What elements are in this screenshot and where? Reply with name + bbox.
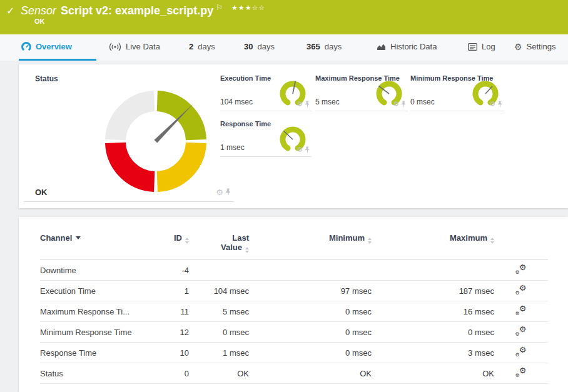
tab-30-days[interactable]: 30 days: [241, 34, 277, 61]
channel-name[interactable]: Status: [40, 363, 150, 384]
channel-settings-icon[interactable]: ⚙⚙: [516, 306, 527, 316]
gauge-title: Response Time: [220, 116, 312, 128]
column-label: Value: [221, 243, 242, 252]
channel-last-value: OK: [189, 363, 249, 384]
gear-icon[interactable]: ⚙: [489, 101, 495, 108]
tab-live-data[interactable]: Live Data: [106, 34, 163, 61]
channel-last-value: 104 msec: [189, 281, 249, 301]
channel-name[interactable]: Downtime: [40, 260, 150, 281]
column-header-actions: [494, 233, 548, 260]
pin-icon[interactable]: [305, 146, 310, 153]
channel-maximum: OK: [372, 363, 494, 384]
channels-panel: Channel ID Last Value Minimum Maximum: [19, 217, 568, 392]
column-header-last-value[interactable]: Last Value: [189, 233, 249, 260]
pin-icon[interactable]: [401, 101, 407, 108]
table-row[interactable]: Maximum Response Ti... 11 5 msec 0 msec …: [40, 301, 548, 322]
channel-last-value: 0 msec: [189, 322, 249, 343]
channel-id: -4: [150, 260, 189, 281]
channel-maximum: [372, 260, 494, 281]
table-row[interactable]: Minimum Response Time 12 0 msec 0 msec 0…: [40, 322, 548, 343]
tab-number: 365: [307, 42, 320, 51]
broadcast-icon: [109, 43, 121, 51]
priority-stars[interactable]: ★★★☆☆: [231, 4, 265, 11]
gauge-cell-maximum-response-time: Maximum Response Time 5 msec ⚙: [315, 71, 408, 111]
table-row[interactable]: Downtime -4 ⚙⚙: [40, 260, 548, 281]
gear-icon[interactable]: ⚙: [297, 101, 303, 108]
channel-maximum: 3 msec: [372, 343, 494, 363]
column-header-maximum[interactable]: Maximum: [372, 233, 494, 260]
gear-icon[interactable]: ⚙: [393, 101, 399, 108]
sensor-title-line: SensorScript v2: example_script.py⚐★★★☆☆: [21, 3, 265, 18]
sort-icon: [368, 238, 372, 244]
channel-settings-icon[interactable]: ⚙⚙: [516, 368, 527, 378]
table-row[interactable]: Execution Time 1 104 msec 97 msec 187 ms…: [40, 281, 548, 301]
column-label: Channel: [40, 233, 72, 243]
status-gauge-value: OK: [35, 188, 48, 197]
status-cell-footer: OK ⚙: [24, 184, 234, 202]
status-gauge: [103, 88, 209, 194]
tab-label: days: [325, 42, 342, 51]
pin-icon[interactable]: [305, 101, 310, 108]
tab-365-days[interactable]: 365 days: [304, 34, 344, 61]
tab-log[interactable]: Log: [465, 34, 498, 61]
tab-historic-data[interactable]: Historic Data: [374, 34, 439, 61]
table-row[interactable]: Response Time 10 1 msec 0 msec 3 msec ⚙⚙: [40, 343, 548, 363]
tab-bar: Overview Live Data 2 days 30 days 365 da…: [0, 34, 568, 61]
column-header-channel[interactable]: Channel: [40, 233, 150, 260]
channel-settings-icon[interactable]: ⚙⚙: [516, 326, 527, 336]
tab-number: 2: [189, 42, 193, 51]
gauge-value: 5 msec: [315, 98, 340, 106]
column-header-minimum[interactable]: Minimum: [249, 233, 372, 260]
channel-minimum: [249, 260, 372, 281]
channel-maximum: 187 msec: [372, 281, 494, 301]
tab-label: Live Data: [126, 42, 160, 51]
gear-icon[interactable]: ⚙: [297, 146, 303, 153]
gauge-value: 0 msec: [410, 98, 435, 106]
column-header-id[interactable]: ID: [150, 233, 189, 260]
gear-icon[interactable]: ⚙: [216, 188, 223, 196]
column-label: Minimum: [329, 233, 365, 243]
channel-id: 11: [150, 301, 189, 322]
status-cell-title: Status: [24, 71, 218, 83]
channel-id: 10: [150, 343, 189, 363]
channel-settings-icon[interactable]: ⚙⚙: [516, 285, 527, 295]
gauge-title: Minimum Response Time: [410, 71, 504, 82]
gauge-value: 104 msec: [220, 98, 253, 106]
channel-name[interactable]: Minimum Response Time: [40, 322, 150, 343]
column-label: Last: [232, 233, 249, 243]
channel-id: 12: [150, 322, 189, 343]
channel-name[interactable]: Maximum Response Ti...: [40, 301, 150, 322]
tab-settings[interactable]: ⚙ Settings: [512, 34, 559, 61]
sort-icon: [490, 238, 494, 244]
channel-last-value: 5 msec: [189, 301, 249, 322]
sort-icon: [185, 238, 189, 244]
tab-2-days[interactable]: 2 days: [186, 34, 218, 61]
channel-name[interactable]: Execution Time: [40, 281, 150, 301]
tab-label: Overview: [36, 42, 72, 51]
column-label: Maximum: [450, 233, 487, 243]
gauge-title: Execution Time: [220, 71, 312, 82]
channel-settings-icon[interactable]: ⚙⚙: [516, 347, 527, 357]
tab-label: Settings: [527, 42, 556, 51]
pin-icon[interactable]: [497, 101, 503, 108]
flag-icon[interactable]: ⚐: [216, 3, 223, 12]
channel-id: 1: [150, 281, 189, 301]
tab-label: Log: [482, 42, 495, 51]
tab-overview[interactable]: Overview: [19, 34, 96, 61]
gear-icon: ⚙: [514, 43, 522, 51]
tab-label: Historic Data: [390, 42, 437, 51]
object-kind-label: Sensor: [21, 4, 56, 17]
gauge-icon: [21, 42, 31, 51]
sort-icon: [245, 247, 249, 253]
page-title: Script v2: example_script.py: [61, 4, 213, 17]
channel-name[interactable]: Response Time: [40, 343, 150, 363]
tab-number: 30: [244, 42, 253, 51]
table-row[interactable]: Status 0 OK OK OK ⚙⚙: [40, 363, 548, 384]
gauge-cell-response-time: Response Time 1 msec ⚙: [220, 116, 312, 157]
gauge-cell-execution-time: Execution Time 104 msec ⚙: [220, 71, 312, 111]
channel-settings-icon[interactable]: ⚙⚙: [516, 264, 527, 274]
gauge-title: Maximum Response Time: [315, 71, 408, 82]
pin-icon[interactable]: [225, 188, 231, 196]
sensor-header: ✓ SensorScript v2: example_script.py⚐★★★…: [0, 0, 568, 34]
channel-minimum: 0 msec: [249, 343, 372, 363]
